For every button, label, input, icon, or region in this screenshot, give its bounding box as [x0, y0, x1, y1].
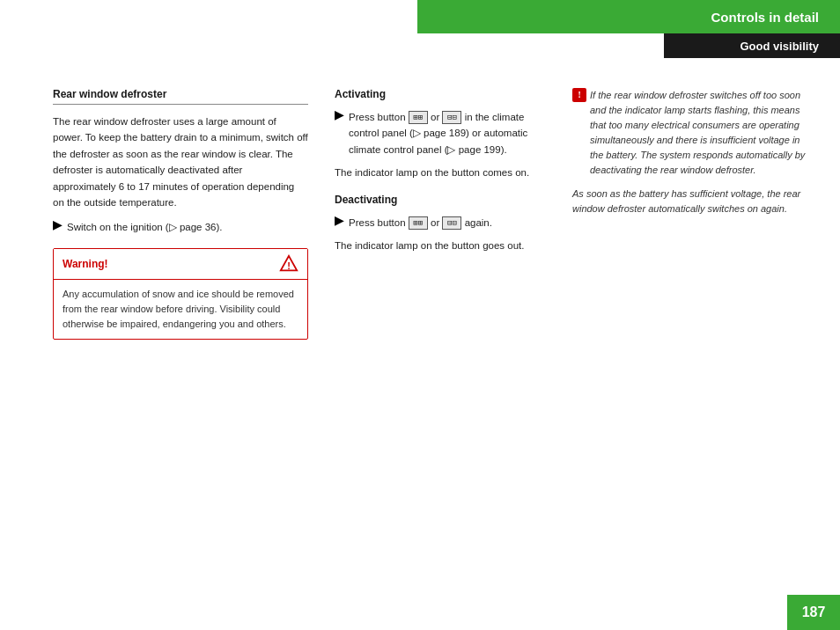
header-title: Controls in detail [711, 10, 819, 25]
deactivating-lamp-text: The indicator lamp on the button goes ou… [335, 238, 546, 253]
section-title: Rear window defroster [53, 88, 308, 105]
page-number-box: 187 [787, 595, 840, 630]
deactivating-bullet-row: ▶ Press button ⊞⊞ or ⊟⊟ again. [335, 215, 546, 231]
activating-or: or [431, 112, 439, 122]
deactivating-text: Press button ⊞⊞ or ⊟⊟ again. [349, 215, 492, 231]
activating-lamp-text: The indicator lamp on the button comes o… [335, 165, 546, 180]
activating-press: Press button [349, 112, 406, 122]
deactivating-again: again. [465, 217, 492, 228]
middle-column: Activating ▶ Press button ⊞⊞ or ⊟⊟ in th… [335, 88, 546, 568]
deactivating-btn2-icon: ⊟⊟ [442, 216, 461, 230]
activating-bullet-arrow-icon: ▶ [335, 108, 343, 121]
warning-label: Warning! [63, 258, 108, 270]
activating-btn1-icon: ⊞⊞ [409, 111, 428, 124]
info-row: ! If the rear window defroster switches … [572, 88, 814, 178]
info-icon: ! [572, 88, 586, 102]
activating-title: Activating [335, 88, 546, 100]
svg-text:!: ! [287, 260, 291, 270]
activating-btn2-icon: ⊟⊟ [442, 111, 461, 124]
activating-text: Press button ⊞⊞ or ⊟⊟ in the climate con… [349, 109, 546, 158]
activating-bullet-row: ▶ Press button ⊞⊞ or ⊟⊟ in the climate c… [335, 109, 546, 158]
bullet-arrow-icon: ▶ [53, 218, 62, 231]
warning-header: Warning! ! [54, 249, 307, 280]
bullet-row: ▶ Switch on the ignition (▷ page 36). [53, 219, 308, 235]
main-content: Rear window defroster The rear window de… [0, 70, 840, 586]
deactivating-title: Deactivating [335, 194, 546, 206]
deactivating-btn1-icon: ⊞⊞ [409, 216, 428, 230]
right-para2: As soon as the battery has sufficient vo… [572, 187, 814, 216]
right-column: ! If the rear window defroster switches … [572, 88, 814, 568]
bullet-text: Switch on the ignition (▷ page 36). [67, 219, 223, 235]
warning-body: Any accumulation of snow and ice should … [54, 280, 307, 339]
subheader-subtitle: Good visibility [740, 40, 819, 53]
body-text: The rear window defroster uses a large a… [53, 114, 308, 210]
subheader-bar: Good visibility [664, 33, 840, 58]
left-column: Rear window defroster The rear window de… [53, 88, 308, 568]
right-para1: If the rear window defroster switches of… [590, 88, 814, 178]
deactivating-or: or [431, 217, 439, 228]
header-bar: Controls in detail [417, 0, 840, 33]
deactivating-press: Press button [349, 217, 406, 228]
warning-triangle-icon: ! [279, 254, 298, 274]
page-number: 187 [802, 604, 826, 620]
warning-box: Warning! ! Any accumulation of snow and … [53, 248, 308, 340]
deactivating-bullet-arrow-icon: ▶ [335, 214, 343, 227]
